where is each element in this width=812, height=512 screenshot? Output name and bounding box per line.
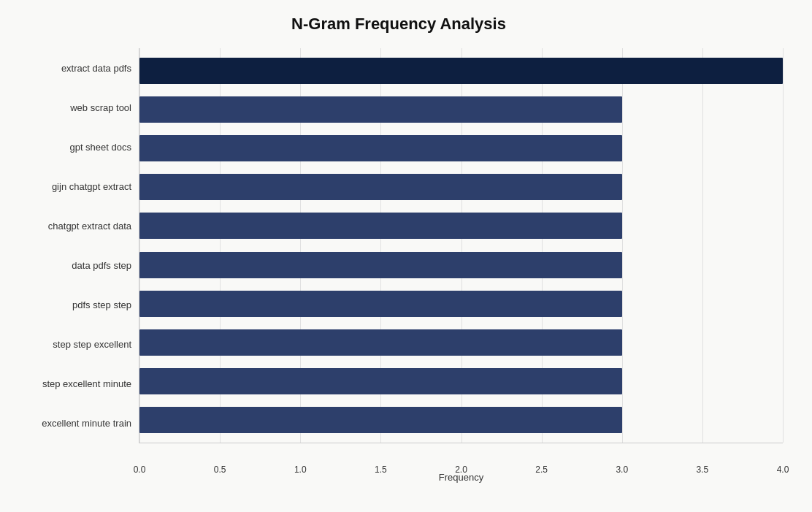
y-label: pdfs step step (72, 287, 131, 324)
bar-row (139, 249, 783, 281)
y-label: chatgpt extract data (48, 207, 131, 244)
bar (139, 329, 622, 356)
bar-row (139, 171, 783, 203)
bars-area (139, 48, 783, 443)
bar (139, 58, 783, 84)
y-label: step step excellent (53, 326, 131, 363)
bar-row (139, 132, 783, 164)
plot-area: 0.00.51.01.52.02.53.03.54.0 Frequency (139, 48, 783, 443)
grid-line (783, 48, 784, 443)
bar (139, 368, 622, 394)
bar-row (139, 326, 783, 359)
chart-container: N-Gram Frequency Analysis extract data p… (0, 0, 812, 512)
y-label: gijn chatgpt extract (52, 168, 131, 205)
bar-row (139, 365, 783, 397)
chart-area: extract data pdfsweb scrap toolgpt sheet… (15, 48, 783, 443)
bar-row (139, 93, 783, 126)
y-label: web scrap tool (70, 89, 131, 126)
y-label: data pdfs step (72, 248, 131, 284)
bar-row (139, 210, 783, 242)
bar (139, 407, 622, 433)
y-label: extract data pdfs (61, 50, 131, 86)
y-label: excellent minute train (42, 405, 131, 442)
bar (139, 174, 622, 200)
x-axis-title: Frequency (139, 472, 783, 483)
y-label: gpt sheet docs (69, 129, 131, 165)
chart-title: N-Gram Frequency Analysis (15, 15, 783, 34)
y-label: step excellent minute (42, 366, 131, 402)
bar (139, 252, 622, 278)
y-axis: extract data pdfsweb scrap toolgpt sheet… (15, 48, 139, 443)
bar (139, 135, 622, 161)
bar (139, 96, 622, 123)
bar-row (139, 288, 783, 320)
bar-row (139, 55, 783, 87)
bar-row (139, 404, 783, 436)
bar (139, 291, 622, 317)
bar (139, 213, 622, 239)
